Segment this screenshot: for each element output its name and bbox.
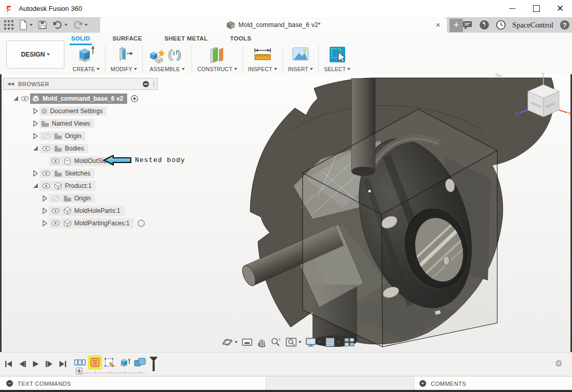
timeline-playhead-marker[interactable] xyxy=(149,356,158,372)
minus-circle-icon[interactable] xyxy=(142,80,149,88)
tree-expanded-arrow-icon[interactable] xyxy=(31,182,39,190)
folder-icon xyxy=(41,120,49,127)
tree-row-moldholeparts-1[interactable]: MoldHoleParts:1 xyxy=(3,205,158,217)
text-commands-toggle[interactable]: − TEXT COMMANDS xyxy=(0,376,266,390)
gear-icon: ⚙ xyxy=(41,107,48,115)
eye-icon[interactable] xyxy=(50,207,61,214)
nested-body-annotation: Nested body xyxy=(103,155,185,166)
tree-collapsed-arrow-icon[interactable] xyxy=(40,195,49,202)
combine-feature[interactable] xyxy=(134,356,146,369)
play-button[interactable] xyxy=(31,359,40,368)
skip-end-button[interactable] xyxy=(58,359,67,368)
document-icon xyxy=(32,94,40,103)
skip-start-button[interactable] xyxy=(4,359,13,368)
pan-icon xyxy=(256,337,267,347)
grid-layout-tool[interactable] xyxy=(325,337,340,347)
component-group-icon xyxy=(74,358,86,367)
tree-item-label: Mold_command_base_6 v2 xyxy=(43,95,123,102)
comments-toggle[interactable]: + COMMENTS xyxy=(414,376,572,390)
chevron-down-icon[interactable] xyxy=(318,341,321,343)
comments-label: COMMENTS xyxy=(431,381,466,387)
zoom-icon: ± xyxy=(270,337,282,347)
tree-item-label: Product:1 xyxy=(65,182,91,190)
tree-row-named-views[interactable]: Named Views xyxy=(3,117,158,130)
tree-collapsed-arrow-icon[interactable] xyxy=(40,220,49,227)
timeline-zoom-button[interactable] xyxy=(76,368,83,374)
display-settings-icon xyxy=(305,337,317,347)
annotation-text: Nested body xyxy=(135,156,185,164)
collapse-panel-icon[interactable]: ◀◀ xyxy=(7,82,14,86)
window-bottom-edge xyxy=(0,390,572,392)
circle-icon[interactable] xyxy=(137,219,145,227)
tree-item-label: Origin xyxy=(65,132,81,140)
tree-item-label: MoldPartingFaces:1 xyxy=(74,220,130,227)
svg-text:±: ± xyxy=(278,337,281,342)
eye-icon[interactable] xyxy=(50,157,61,165)
extrude-feature[interactable] xyxy=(119,356,131,369)
fit-tool[interactable] xyxy=(285,337,302,347)
tree-collapsed-arrow-icon[interactable] xyxy=(31,170,39,177)
fusion360-window: Autodesk Fusion 360 ✕ Mold_command_base_… xyxy=(0,0,572,392)
tree-collapsed-arrow-icon[interactable] xyxy=(40,207,49,214)
folder-icon xyxy=(54,170,62,177)
tree-expanded-arrow-icon[interactable] xyxy=(11,95,20,102)
tree-collapsed-arrow-icon[interactable] xyxy=(31,107,39,115)
browser-panel-header[interactable]: ◀◀ BROWSER xyxy=(3,78,158,90)
eye-icon[interactable] xyxy=(41,145,51,152)
sketch-feature[interactable] xyxy=(104,356,116,369)
tree-row-moldpartingfaces-1[interactable]: MoldPartingFaces:1 xyxy=(3,217,158,229)
pan-tool[interactable] xyxy=(256,337,267,347)
chevron-down-icon[interactable] xyxy=(357,341,360,343)
component-icon xyxy=(63,219,72,227)
gear-icon[interactable]: ⚙ xyxy=(555,359,563,369)
tree-row-sketches[interactable]: Sketches xyxy=(3,167,158,180)
tree-row-document-settings[interactable]: ⚙Document Settings xyxy=(3,105,158,117)
svg-text:Z: Z xyxy=(515,111,519,116)
eye-off-icon[interactable] xyxy=(50,195,61,202)
browser-panel: ◀◀ BROWSER Mold_command_base_6 v2⚙Docume… xyxy=(3,78,158,229)
tree-row-product-1[interactable]: Product:1 xyxy=(3,180,158,192)
tree-expanded-arrow-icon[interactable] xyxy=(31,145,39,152)
zoom-tool[interactable]: ± xyxy=(270,337,282,347)
step-back-button[interactable] xyxy=(18,359,26,368)
timeline-playback-controls xyxy=(4,359,67,368)
grid-layout-icon xyxy=(325,337,335,347)
sketch-feature-icon xyxy=(104,357,116,368)
eye-off-icon[interactable] xyxy=(41,132,51,140)
chevron-down-icon[interactable] xyxy=(235,341,238,343)
combine-feature-icon xyxy=(133,357,147,368)
tree-collapsed-arrow-icon[interactable] xyxy=(31,120,39,127)
component-group[interactable] xyxy=(74,356,86,369)
step-forward-button[interactable] xyxy=(45,359,53,368)
tree-row-origin[interactable]: Origin xyxy=(3,192,158,205)
svg-text:Y: Y xyxy=(541,72,544,77)
display-settings-tool[interactable] xyxy=(305,337,321,347)
tree-item-label: Named Views xyxy=(52,120,90,127)
panel-resize-grip[interactable] xyxy=(154,81,154,87)
eye-icon[interactable] xyxy=(50,220,61,227)
eye-icon[interactable] xyxy=(20,95,30,102)
minus-badge-icon: − xyxy=(6,380,13,387)
tree-item-label: Document Settings xyxy=(50,107,103,115)
component-icon xyxy=(54,182,62,190)
chevron-down-icon[interactable] xyxy=(337,341,340,343)
radio-icon[interactable] xyxy=(130,94,139,103)
folder-icon xyxy=(63,195,72,202)
tree-row-bodies[interactable]: Bodies xyxy=(3,142,158,155)
svg-text:X: X xyxy=(568,111,571,116)
form-feature-highlighted[interactable] xyxy=(89,356,101,369)
tree-row-origin[interactable]: Origin xyxy=(3,130,158,142)
eye-icon[interactable] xyxy=(41,182,51,190)
form-feature-icon xyxy=(90,357,100,368)
eye-icon[interactable] xyxy=(41,170,51,177)
timeline-bar: ⚙ xyxy=(0,352,572,376)
folder-icon xyxy=(54,145,62,152)
tree-collapsed-arrow-icon[interactable] xyxy=(31,132,39,140)
orbit-tool[interactable] xyxy=(222,336,238,348)
look-at-tool[interactable] xyxy=(241,337,253,347)
tree-row-mold-command-base-6-v2[interactable]: Mold_command_base_6 v2 xyxy=(3,92,158,105)
tree-item-label: MoldHoleParts:1 xyxy=(74,207,120,214)
chevron-down-icon[interactable] xyxy=(298,341,302,343)
viewports-tool[interactable] xyxy=(344,337,360,347)
look-at-icon xyxy=(241,337,253,347)
